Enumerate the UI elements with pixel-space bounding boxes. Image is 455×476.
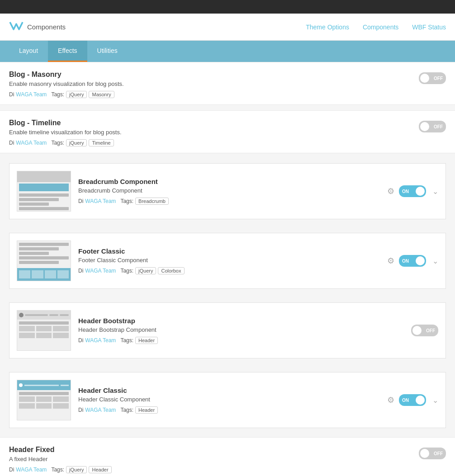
breadcrumb-tag: Breadcrumb	[135, 198, 169, 205]
header-fixed-toggle[interactable]: OFF	[419, 448, 446, 459]
breadcrumb-tags-label: Tags:	[120, 198, 133, 204]
divider-4	[0, 293, 455, 298]
header-bootstrap-controls: OFF	[411, 325, 438, 336]
divider-2	[0, 154, 455, 159]
blog-masonry-tag-jquery: jQuery	[66, 91, 87, 98]
blog-timeline-tags-label: Tags:	[51, 140, 64, 146]
breadcrumb-info: Breadcrumb Component Breadcrumb Componen…	[78, 178, 380, 205]
tab-layout[interactable]: Layout	[9, 41, 48, 62]
blog-masonry-di-label: Di	[9, 91, 14, 98]
header-classic-card-inner: Header Classic Header Classic Component …	[9, 372, 446, 428]
footer-classic-tags-label: Tags:	[120, 268, 133, 274]
tab-effects[interactable]: Effects	[48, 41, 87, 62]
footer-classic-thumbnail	[17, 240, 71, 281]
header-classic-title: Header Classic	[78, 386, 380, 394]
blog-timeline-tag-timeline: Timeline	[89, 139, 114, 146]
blog-timeline-toggle[interactable]: OFF	[419, 121, 446, 132]
breadcrumb-gear-icon[interactable]: ⚙	[387, 186, 394, 196]
header-fixed-di-label: Di	[9, 467, 14, 473]
blog-masonry-author[interactable]: WAGA Team	[16, 91, 47, 98]
tabs-bar: Layout Effects Utilities	[0, 41, 455, 62]
header-classic-author[interactable]: WAGA Team	[85, 407, 116, 413]
component-breadcrumb: Breadcrumb Component Breadcrumb Componen…	[9, 163, 446, 219]
header-classic-controls: ⚙ ON ⌄	[387, 394, 438, 406]
header-classic-toggle[interactable]: ON	[399, 394, 426, 406]
header-bootstrap-author[interactable]: WAGA Team	[85, 337, 116, 344]
footer-classic-gear-icon[interactable]: ⚙	[387, 256, 394, 266]
header-bootstrap-desc: Header Bootstrap Component	[78, 326, 404, 333]
footer-classic-info: Footer Classic Footer Classic Component …	[78, 247, 380, 274]
breadcrumb-card-inner: Breadcrumb Component Breadcrumb Componen…	[9, 164, 446, 219]
header-classic-tags-label: Tags:	[120, 407, 133, 413]
component-header-bootstrap: Header Bootstrap Header Bootstrap Compon…	[9, 302, 446, 358]
blog-timeline-author[interactable]: WAGA Team	[16, 140, 47, 146]
blog-masonry-title: Blog - Masonry	[9, 71, 124, 79]
header-classic-desc: Header Classic Component	[78, 396, 380, 403]
logo-area: Components	[9, 19, 66, 35]
component-blog-masonry: Blog - Masonry Enable masonry visualizat…	[0, 62, 455, 105]
blog-masonry-tags-label: Tags:	[51, 91, 64, 98]
breadcrumb-title: Breadcrumb Component	[78, 178, 380, 185]
nav-links: Theme Options Components WBF Status	[306, 24, 446, 31]
header-bootstrap-di: Di	[78, 337, 83, 344]
header-classic-gear-icon[interactable]: ⚙	[387, 395, 394, 405]
blog-masonry-tag-masonry: Masonry	[89, 91, 114, 98]
component-header-fixed: Header Fixed A fixed Header Di WAGA Team…	[0, 437, 455, 476]
divider-1	[0, 106, 455, 110]
nav-components[interactable]: Components	[363, 24, 398, 31]
breadcrumb-controls: ⚙ ON ⌄	[387, 185, 438, 197]
content-area: Blog - Masonry Enable masonry visualizat…	[0, 62, 455, 476]
component-footer-classic: Footer Classic Footer Classic Component …	[9, 233, 446, 289]
blog-masonry-toggle[interactable]: OFF	[419, 72, 446, 84]
header-bootstrap-tag-header: Header	[135, 337, 158, 344]
header-bootstrap-toggle[interactable]: OFF	[411, 325, 438, 336]
breadcrumb-chevron-icon[interactable]: ⌄	[432, 187, 438, 196]
blog-timeline-di-label: Di	[9, 140, 14, 146]
blog-masonry-desc: Enable masonry visualization for blog po…	[9, 80, 124, 87]
header-bootstrap-title: Header Bootstrap	[78, 317, 404, 325]
main-nav: Components Theme Options Components WBF …	[0, 14, 455, 41]
header-fixed-author[interactable]: WAGA Team	[16, 467, 47, 473]
header-fixed-title: Header Fixed	[9, 446, 112, 454]
footer-classic-desc: Footer Classic Component	[78, 257, 380, 264]
breadcrumb-desc: Breadcrumb Component	[78, 187, 380, 194]
breadcrumb-di: Di	[78, 198, 83, 204]
footer-classic-controls: ⚙ ON ⌄	[387, 255, 438, 267]
divider-3	[0, 224, 455, 228]
breadcrumb-thumbnail	[17, 171, 71, 212]
divider-5	[0, 363, 455, 368]
header-bootstrap-thumbnail	[17, 310, 71, 351]
tab-utilities[interactable]: Utilities	[87, 41, 128, 62]
nav-theme-options[interactable]: Theme Options	[306, 24, 349, 31]
footer-classic-author[interactable]: WAGA Team	[85, 268, 116, 274]
blog-timeline-tag-jquery: jQuery	[66, 139, 87, 146]
blog-timeline-title: Blog - Timeline	[9, 119, 122, 127]
footer-classic-tag-jquery: jQuery	[135, 267, 156, 274]
footer-classic-toggle[interactable]: ON	[399, 255, 426, 267]
header-classic-di: Di	[78, 407, 83, 413]
logo-text: Components	[27, 23, 66, 31]
header-bootstrap-tags-label: Tags:	[120, 337, 133, 344]
divider-6	[0, 433, 455, 437]
footer-classic-card-inner: Footer Classic Footer Classic Component …	[9, 233, 446, 288]
footer-classic-di: Di	[78, 268, 83, 274]
header-classic-thumbnail	[17, 380, 71, 420]
nav-wbf-status[interactable]: WBF Status	[412, 24, 446, 31]
component-header-classic: Header Classic Header Classic Component …	[9, 372, 446, 428]
component-blog-timeline: Blog - Timeline Enable timeline visualiz…	[0, 110, 455, 153]
header-fixed-tag-jquery: jQuery	[66, 466, 87, 473]
header-bootstrap-info: Header Bootstrap Header Bootstrap Compon…	[78, 317, 404, 344]
footer-classic-chevron-icon[interactable]: ⌄	[432, 257, 438, 265]
header-bootstrap-card-inner: Header Bootstrap Header Bootstrap Compon…	[9, 303, 446, 358]
footer-classic-title: Footer Classic	[78, 247, 380, 255]
header-classic-tag-header: Header	[135, 406, 158, 414]
top-nav-bar	[0, 0, 455, 14]
footer-classic-tag-colorbox: Colorbox	[158, 267, 184, 274]
breadcrumb-toggle[interactable]: ON	[399, 185, 426, 197]
header-fixed-desc: A fixed Header	[9, 456, 112, 462]
header-classic-chevron-icon[interactable]: ⌄	[432, 396, 438, 405]
logo-icon	[9, 19, 24, 35]
header-classic-info: Header Classic Header Classic Component …	[78, 386, 380, 414]
breadcrumb-author[interactable]: WAGA Team	[85, 198, 116, 204]
blog-timeline-desc: Enable timeline visualization for blog p…	[9, 129, 122, 136]
